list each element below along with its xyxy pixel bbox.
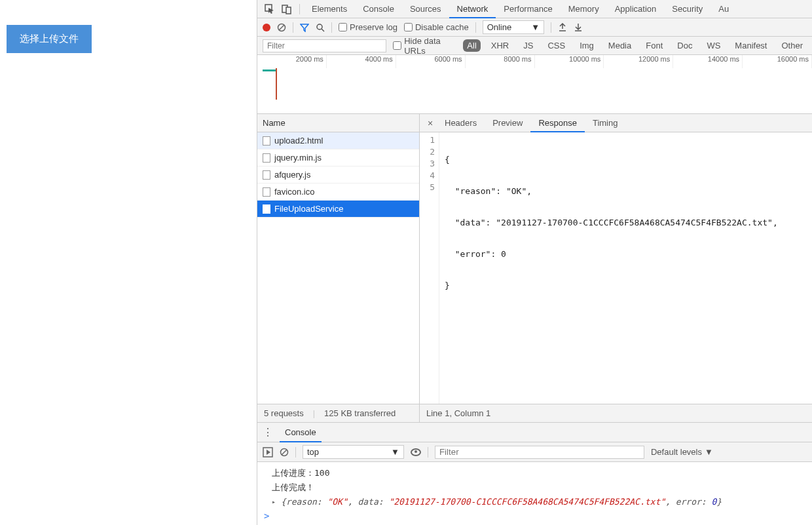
toggle-device-icon[interactable] [282, 4, 292, 14]
file-icon [263, 153, 270, 163]
console-object-line[interactable]: {reason: "OK", data: "20191127-170700-C1… [272, 495, 805, 509]
separator [293, 22, 293, 33]
disable-cache-checkbox[interactable]: Disable cache [404, 22, 469, 32]
svg-line-4 [279, 25, 284, 30]
console-clear-icon[interactable] [280, 448, 289, 457]
page-content: 选择上传文件 [0, 0, 257, 525]
filter-type-manifest[interactable]: Manifest [731, 39, 771, 52]
svg-line-6 [322, 29, 324, 31]
timeline-tick: 16000 ms [743, 55, 812, 68]
network-filter-bar: Hide data URLs All XHR JS CSS Img Media … [257, 37, 812, 55]
detail-tab-preview[interactable]: Preview [485, 114, 530, 132]
request-row[interactable]: FileUploadService [257, 201, 419, 218]
separator [331, 22, 332, 33]
tab-memory[interactable]: Memory [561, 0, 607, 18]
timeline-tick: 12000 ms [604, 55, 673, 68]
network-body: Name upload2.html jquery.min.js afquery.… [257, 114, 812, 422]
search-icon[interactable] [316, 23, 325, 32]
detail-footer: Line 1, Column 1 [420, 404, 812, 422]
svg-point-5 [317, 24, 322, 29]
tab-performance[interactable]: Performance [496, 0, 560, 18]
file-icon [263, 187, 270, 197]
console-prompt[interactable]: > [257, 511, 812, 525]
console-line: 上传完成！ [272, 480, 805, 495]
request-summary: 5 requests | 125 KB transferred [257, 404, 419, 422]
tab-security[interactable]: Security [664, 0, 710, 18]
console-drawer: ⋮ Console top▼ Default levels▼ 上传进度：100 [257, 422, 812, 525]
drawer-menu-icon[interactable]: ⋮ [263, 426, 273, 438]
filter-type-all[interactable]: All [463, 39, 480, 52]
tab-network[interactable]: Network [449, 0, 496, 18]
file-icon [263, 204, 270, 214]
filter-type-ws[interactable]: WS [703, 39, 724, 52]
tab-sources[interactable]: Sources [402, 0, 449, 18]
request-list-header[interactable]: Name [257, 114, 419, 132]
timeline-bar [263, 69, 276, 71]
summary-size: 125 KB transferred [324, 404, 396, 422]
detail-tab-strip: × Headers Preview Response Timing [420, 114, 812, 132]
request-name: afquery.js [274, 170, 310, 180]
filter-type-doc[interactable]: Doc [673, 39, 696, 52]
separator [295, 447, 296, 457]
chevron-down-icon: ▼ [391, 447, 399, 457]
live-expression-icon[interactable] [411, 448, 421, 456]
separator [475, 22, 476, 33]
response-code: { "reason": "OK", "data": "20191127-1707… [439, 132, 778, 404]
tab-console[interactable]: Console [355, 0, 402, 18]
console-output[interactable]: 上传进度：100 上传完成！ {reason: "OK", data: "201… [257, 462, 812, 511]
response-body[interactable]: 12345 { "reason": "OK", "data": "2019112… [420, 132, 812, 404]
file-icon [263, 170, 270, 180]
network-toolbar: Preserve log Disable cache Online▼ [257, 18, 812, 37]
timeline-tick: 14000 ms [673, 55, 743, 68]
filter-input[interactable] [263, 39, 386, 52]
detail-tab-headers[interactable]: Headers [437, 114, 485, 132]
filter-type-css[interactable]: CSS [544, 39, 569, 52]
console-levels-select[interactable]: Default levels▼ [651, 447, 713, 457]
separator [551, 22, 551, 33]
download-har-icon[interactable] [574, 23, 583, 32]
upload-har-icon[interactable] [558, 23, 567, 32]
timeline-tick: 10000 ms [535, 55, 604, 68]
inspect-element-icon[interactable] [265, 4, 275, 14]
filter-type-img[interactable]: Img [576, 39, 598, 52]
tab-elements[interactable]: Elements [304, 0, 355, 18]
filter-type-other[interactable]: Other [777, 39, 807, 52]
network-timeline[interactable]: 2000 ms 4000 ms 6000 ms 8000 ms 10000 ms… [257, 55, 812, 114]
hide-data-urls-checkbox[interactable]: Hide data URLs [393, 36, 456, 56]
devtools-panel: Elements Console Sources Network Perform… [257, 0, 812, 525]
tab-audits[interactable]: Au [710, 0, 737, 18]
detail-tab-timing[interactable]: Timing [585, 114, 626, 132]
console-filter-input[interactable] [435, 446, 644, 459]
detail-tab-response[interactable]: Response [530, 114, 585, 132]
preserve-log-checkbox[interactable]: Preserve log [339, 22, 397, 32]
clear-icon[interactable] [277, 23, 286, 32]
console-tab-row: ⋮ Console [257, 423, 812, 442]
request-row[interactable]: afquery.js [257, 166, 419, 184]
console-toolbar: top▼ Default levels▼ [257, 442, 812, 462]
request-name: jquery.min.js [274, 153, 322, 163]
close-detail-icon[interactable]: × [424, 118, 437, 128]
separator [299, 4, 300, 14]
timeline-tick: 8000 ms [466, 55, 535, 68]
console-context-select[interactable]: top▼ [303, 445, 404, 459]
filter-toggle-icon[interactable] [300, 23, 309, 32]
devtools-tab-strip: Elements Console Sources Network Perform… [257, 0, 812, 18]
filter-type-xhr[interactable]: XHR [487, 39, 513, 52]
request-row[interactable]: upload2.html [257, 132, 419, 149]
request-row[interactable]: favicon.ico [257, 184, 419, 201]
console-line: 上传进度：100 [272, 466, 805, 480]
console-tab[interactable]: Console [280, 423, 322, 442]
console-play-icon[interactable] [263, 447, 273, 457]
svg-line-9 [282, 450, 287, 455]
filter-type-media[interactable]: Media [604, 39, 635, 52]
record-icon[interactable] [263, 24, 270, 31]
throttling-select[interactable]: Online▼ [483, 20, 544, 34]
svg-rect-2 [286, 7, 291, 14]
request-row[interactable]: jquery.min.js [257, 149, 419, 166]
filter-type-font[interactable]: Font [642, 39, 667, 52]
upload-file-button[interactable]: 选择上传文件 [7, 25, 92, 53]
filter-type-js[interactable]: JS [519, 39, 537, 52]
chevron-down-icon: ▼ [705, 447, 713, 457]
timeline-tick: 6000 ms [396, 55, 466, 68]
tab-application[interactable]: Application [607, 0, 665, 18]
